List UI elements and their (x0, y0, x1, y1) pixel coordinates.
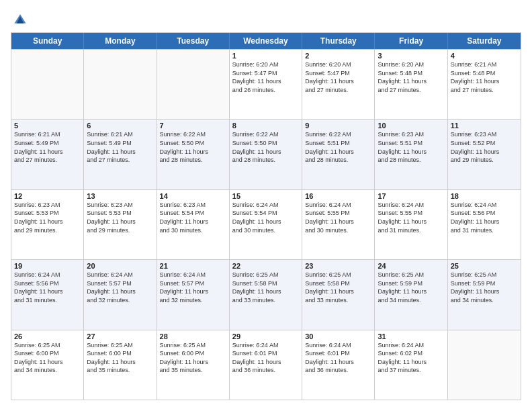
day-cell: 15Sunrise: 6:24 AM Sunset: 5:54 PM Dayli… (230, 190, 302, 259)
calendar-body: 1Sunrise: 6:20 AM Sunset: 5:47 PM Daylig… (11, 49, 521, 400)
day-info: Sunrise: 6:24 AM Sunset: 5:57 PM Dayligh… (160, 271, 226, 304)
day-number: 14 (160, 192, 226, 200)
day-number: 11 (451, 122, 518, 130)
day-number: 20 (87, 262, 153, 270)
week-row-2: 12Sunrise: 6:23 AM Sunset: 5:53 PM Dayli… (11, 189, 521, 259)
day-cell (84, 50, 157, 119)
day-info: Sunrise: 6:25 AM Sunset: 5:59 PM Dayligh… (378, 271, 444, 304)
calendar: SundayMondayTuesdayWednesdayThursdayFrid… (11, 32, 521, 400)
day-cell: 17Sunrise: 6:24 AM Sunset: 5:55 PM Dayli… (375, 190, 447, 259)
day-info: Sunrise: 6:20 AM Sunset: 5:47 PM Dayligh… (305, 60, 371, 94)
day-info: Sunrise: 6:23 AM Sunset: 5:53 PM Dayligh… (87, 201, 153, 234)
day-info: Sunrise: 6:24 AM Sunset: 5:55 PM Dayligh… (305, 201, 371, 234)
day-info: Sunrise: 6:24 AM Sunset: 5:54 PM Dayligh… (232, 201, 299, 234)
day-header-sunday: Sunday (11, 33, 84, 49)
day-cell: 23Sunrise: 6:25 AM Sunset: 5:58 PM Dayli… (302, 260, 375, 329)
day-cell: 24Sunrise: 6:25 AM Sunset: 5:59 PM Dayli… (375, 260, 447, 329)
day-cell: 19Sunrise: 6:24 AM Sunset: 5:56 PM Dayli… (11, 260, 84, 329)
day-header-saturday: Saturday (448, 33, 521, 49)
day-info: Sunrise: 6:24 AM Sunset: 6:01 PM Dayligh… (232, 341, 299, 375)
day-cell (11, 50, 84, 119)
day-cell: 30Sunrise: 6:24 AM Sunset: 6:01 PM Dayli… (302, 330, 375, 400)
day-cell (157, 50, 230, 119)
day-cell: 6Sunrise: 6:21 AM Sunset: 5:49 PM Daylig… (84, 120, 157, 189)
day-cell: 21Sunrise: 6:24 AM Sunset: 5:57 PM Dayli… (157, 260, 230, 329)
day-info: Sunrise: 6:25 AM Sunset: 6:00 PM Dayligh… (87, 341, 153, 375)
day-info: Sunrise: 6:25 AM Sunset: 6:00 PM Dayligh… (160, 341, 226, 375)
day-cell: 22Sunrise: 6:25 AM Sunset: 5:58 PM Dayli… (230, 260, 302, 329)
day-cell: 27Sunrise: 6:25 AM Sunset: 6:00 PM Dayli… (84, 330, 157, 400)
day-number: 28 (160, 332, 226, 340)
day-info: Sunrise: 6:22 AM Sunset: 5:50 PM Dayligh… (160, 130, 226, 164)
day-number: 7 (160, 122, 226, 130)
day-info: Sunrise: 6:23 AM Sunset: 5:54 PM Dayligh… (160, 201, 226, 234)
day-cell: 4Sunrise: 6:21 AM Sunset: 5:48 PM Daylig… (448, 50, 521, 119)
day-cell: 20Sunrise: 6:24 AM Sunset: 5:57 PM Dayli… (84, 260, 157, 329)
day-cell: 5Sunrise: 6:21 AM Sunset: 5:49 PM Daylig… (11, 120, 84, 189)
day-info: Sunrise: 6:20 AM Sunset: 5:47 PM Dayligh… (232, 60, 299, 94)
day-number: 19 (14, 262, 81, 270)
day-number: 24 (378, 262, 444, 270)
day-info: Sunrise: 6:25 AM Sunset: 5:58 PM Dayligh… (305, 271, 371, 304)
day-cell: 7Sunrise: 6:22 AM Sunset: 5:50 PM Daylig… (157, 120, 230, 189)
day-header-tuesday: Tuesday (157, 33, 230, 49)
day-info: Sunrise: 6:24 AM Sunset: 5:57 PM Dayligh… (87, 271, 153, 304)
day-number: 6 (87, 122, 153, 130)
day-number: 9 (305, 122, 371, 130)
header (11, 11, 521, 27)
day-cell: 2Sunrise: 6:20 AM Sunset: 5:47 PM Daylig… (302, 50, 375, 119)
day-cell: 8Sunrise: 6:22 AM Sunset: 5:50 PM Daylig… (230, 120, 302, 189)
day-header-friday: Friday (375, 33, 447, 49)
day-info: Sunrise: 6:24 AM Sunset: 6:02 PM Dayligh… (378, 341, 444, 375)
day-cell: 16Sunrise: 6:24 AM Sunset: 5:55 PM Dayli… (302, 190, 375, 259)
day-number: 30 (305, 332, 371, 340)
day-number: 22 (232, 262, 299, 270)
day-info: Sunrise: 6:20 AM Sunset: 5:48 PM Dayligh… (378, 60, 444, 94)
logo-icon (12, 11, 28, 27)
day-number: 23 (305, 262, 371, 270)
week-row-0: 1Sunrise: 6:20 AM Sunset: 5:47 PM Daylig… (11, 49, 521, 119)
day-cell: 3Sunrise: 6:20 AM Sunset: 5:48 PM Daylig… (375, 50, 447, 119)
day-info: Sunrise: 6:23 AM Sunset: 5:52 PM Dayligh… (451, 130, 518, 164)
day-info: Sunrise: 6:25 AM Sunset: 6:00 PM Dayligh… (14, 341, 81, 375)
week-row-3: 19Sunrise: 6:24 AM Sunset: 5:56 PM Dayli… (11, 259, 521, 329)
day-info: Sunrise: 6:21 AM Sunset: 5:49 PM Dayligh… (14, 130, 81, 164)
day-info: Sunrise: 6:22 AM Sunset: 5:50 PM Dayligh… (232, 130, 299, 164)
day-number: 26 (14, 332, 81, 340)
day-number: 27 (87, 332, 153, 340)
day-header-monday: Monday (84, 33, 157, 49)
day-number: 3 (378, 52, 444, 60)
day-number: 4 (451, 52, 518, 60)
day-headers: SundayMondayTuesdayWednesdayThursdayFrid… (11, 33, 521, 49)
day-info: Sunrise: 6:25 AM Sunset: 5:58 PM Dayligh… (232, 271, 299, 304)
day-number: 8 (232, 122, 299, 130)
day-info: Sunrise: 6:23 AM Sunset: 5:53 PM Dayligh… (14, 201, 81, 234)
day-info: Sunrise: 6:21 AM Sunset: 5:49 PM Dayligh… (87, 130, 153, 164)
day-number: 29 (232, 332, 299, 340)
day-number: 5 (14, 122, 81, 130)
day-cell: 10Sunrise: 6:23 AM Sunset: 5:51 PM Dayli… (375, 120, 447, 189)
day-info: Sunrise: 6:22 AM Sunset: 5:51 PM Dayligh… (305, 130, 371, 164)
day-number: 25 (451, 262, 518, 270)
day-cell: 26Sunrise: 6:25 AM Sunset: 6:00 PM Dayli… (11, 330, 84, 400)
day-info: Sunrise: 6:24 AM Sunset: 5:56 PM Dayligh… (451, 201, 518, 234)
day-info: Sunrise: 6:21 AM Sunset: 5:48 PM Dayligh… (451, 60, 518, 94)
day-cell: 14Sunrise: 6:23 AM Sunset: 5:54 PM Dayli… (157, 190, 230, 259)
page: SundayMondayTuesdayWednesdayThursdayFrid… (0, 0, 532, 411)
day-cell: 28Sunrise: 6:25 AM Sunset: 6:00 PM Dayli… (157, 330, 230, 400)
day-cell: 29Sunrise: 6:24 AM Sunset: 6:01 PM Dayli… (230, 330, 302, 400)
day-info: Sunrise: 6:23 AM Sunset: 5:51 PM Dayligh… (378, 130, 444, 164)
day-number: 21 (160, 262, 226, 270)
day-number: 10 (378, 122, 444, 130)
day-cell: 11Sunrise: 6:23 AM Sunset: 5:52 PM Dayli… (448, 120, 521, 189)
day-number: 18 (451, 192, 518, 200)
day-cell: 1Sunrise: 6:20 AM Sunset: 5:47 PM Daylig… (230, 50, 302, 119)
day-number: 15 (232, 192, 299, 200)
day-header-wednesday: Wednesday (230, 33, 302, 49)
logo (11, 11, 28, 27)
day-number: 31 (378, 332, 444, 340)
day-number: 12 (14, 192, 81, 200)
week-row-4: 26Sunrise: 6:25 AM Sunset: 6:00 PM Dayli… (11, 330, 521, 400)
day-cell: 12Sunrise: 6:23 AM Sunset: 5:53 PM Dayli… (11, 190, 84, 259)
day-number: 1 (232, 52, 299, 60)
